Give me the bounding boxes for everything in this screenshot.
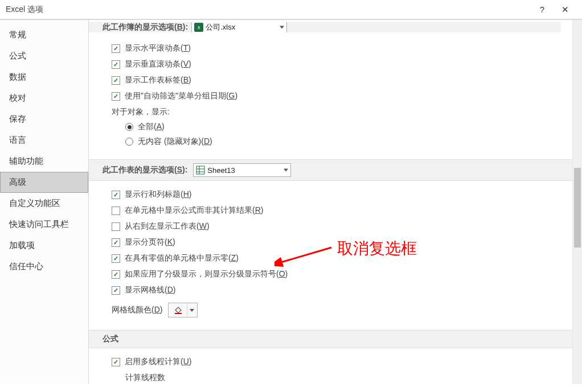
checkbox-icon bbox=[112, 222, 120, 231]
checkbox-icon bbox=[112, 60, 120, 69]
chk-label: 在具有零值的单元格中显示零(Z) bbox=[125, 253, 239, 263]
sidebar-item-label: 校对 bbox=[9, 93, 26, 102]
chk-rtl[interactable]: 从右到左显示工作表(W) bbox=[112, 218, 561, 234]
sidebar-item-data[interactable]: 数据 bbox=[0, 67, 88, 88]
scrollbar-thumb[interactable] bbox=[574, 168, 581, 247]
svg-rect-4 bbox=[175, 313, 182, 314]
chk-label: 启用多线程计算(U) bbox=[125, 357, 191, 367]
objects-label: 对于对象，显示: bbox=[112, 104, 561, 119]
sheet-icon bbox=[196, 166, 205, 175]
gridline-color-row: 网格线颜色(D) bbox=[112, 298, 561, 320]
sidebar-item-label: 语言 bbox=[9, 135, 26, 145]
chk-hscroll[interactable]: 显示水平滚动条(T) bbox=[112, 40, 561, 56]
sidebar-item-quick-access[interactable]: 快速访问工具栏 bbox=[0, 214, 88, 235]
checkbox-icon bbox=[112, 358, 120, 366]
checkbox-icon bbox=[112, 76, 120, 85]
sidebar-item-label: 快速访问工具栏 bbox=[9, 219, 69, 229]
workbook-display-options: 显示水平滚动条(T) 显示垂直滚动条(V) 显示工作表标签(B) 使用"自动筛选… bbox=[103, 35, 561, 152]
split-icon bbox=[187, 304, 187, 316]
sidebar-item-customize-ribbon[interactable]: 自定义功能区 bbox=[0, 193, 88, 214]
checkbox-icon bbox=[112, 191, 120, 199]
chk-zeros[interactable]: 在具有零值的单元格中显示零(Z) bbox=[112, 250, 561, 266]
radio-icon bbox=[125, 138, 133, 146]
chk-vscroll[interactable]: 显示垂直滚动条(V) bbox=[112, 56, 561, 72]
chk-label: 显示工作表标签(B) bbox=[125, 75, 191, 85]
formulas-section-header: 公式 bbox=[89, 330, 572, 348]
thread-count-label: 计算线程数 bbox=[112, 370, 561, 384]
content-wrap: 此工作簿的显示选项(B): x 公司.xlsx 显示水平滚动条(T) 显示垂直滚… bbox=[89, 20, 582, 384]
sidebar-item-label: 保存 bbox=[9, 114, 26, 123]
main-area: 常规 公式 数据 校对 保存 语言 辅助功能 高级 自定义功能区 快速访问工具栏… bbox=[0, 19, 582, 384]
sidebar-item-label: 加载项 bbox=[9, 240, 35, 250]
checkbox-icon bbox=[112, 254, 120, 263]
chk-formulas[interactable]: 在单元格中显示公式而非其计算结果(R) bbox=[112, 203, 561, 218]
chk-label: 显示水平滚动条(T) bbox=[125, 43, 191, 53]
workbook-display-header-cut: 此工作簿的显示选项(B): x 公司.xlsx bbox=[89, 22, 561, 32]
radio-all[interactable]: 全部(A) bbox=[112, 119, 561, 134]
checkbox-icon bbox=[112, 44, 120, 53]
radio-icon bbox=[125, 123, 133, 131]
radio-label: 无内容 (隐藏对象)(D) bbox=[138, 137, 212, 147]
checkbox-icon bbox=[112, 92, 120, 101]
chk-label: 从右到左显示工作表(W) bbox=[125, 221, 210, 232]
chk-label: 显示分页符(K) bbox=[125, 237, 175, 247]
sidebar-item-language[interactable]: 语言 bbox=[0, 130, 88, 151]
sheet-display-label: 此工作表的显示选项(S): bbox=[103, 165, 187, 175]
chk-outline[interactable]: 如果应用了分级显示，则显示分级显示符号(O) bbox=[112, 266, 561, 282]
sidebar-item-general[interactable]: 常规 bbox=[0, 24, 88, 46]
sidebar: 常规 公式 数据 校对 保存 语言 辅助功能 高级 自定义功能区 快速访问工具栏… bbox=[0, 20, 89, 384]
chk-gridlines[interactable]: 显示网格线(D) bbox=[112, 282, 561, 298]
scrollbar-vertical[interactable] bbox=[572, 20, 582, 384]
sidebar-item-label: 自定义功能区 bbox=[9, 198, 60, 208]
chevron-down-icon bbox=[190, 309, 194, 312]
chk-label: 如果应用了分级显示，则显示分级显示符号(O) bbox=[125, 269, 288, 279]
radio-label: 全部(A) bbox=[138, 122, 165, 132]
sidebar-item-label: 数据 bbox=[9, 72, 26, 81]
formulas-section-label: 公式 bbox=[103, 334, 118, 344]
gridline-color-label: 网格线颜色(D) bbox=[112, 305, 162, 315]
workbook-display-label: 此工作簿的显示选项(B): bbox=[103, 22, 188, 32]
sidebar-item-save[interactable]: 保存 bbox=[0, 109, 88, 130]
titlebar: Excel 选项 ? ✕ bbox=[0, 0, 582, 19]
chk-label: 显示垂直滚动条(V) bbox=[125, 59, 191, 69]
chk-headers[interactable]: 显示行和列标题(H) bbox=[112, 187, 561, 203]
excel-file-icon: x bbox=[194, 23, 203, 32]
chk-label: 显示行和列标题(H) bbox=[125, 189, 191, 200]
sheet-dropdown[interactable]: Sheet13 bbox=[193, 163, 291, 177]
sidebar-item-label: 公式 bbox=[9, 51, 26, 60]
sidebar-item-trust-center[interactable]: 信任中心 bbox=[0, 256, 88, 277]
window-title: Excel 选项 bbox=[6, 5, 531, 15]
sidebar-item-advanced[interactable]: 高级 bbox=[0, 172, 88, 193]
radio-none[interactable]: 无内容 (隐藏对象)(D) bbox=[112, 134, 561, 149]
chk-label: 在单元格中显示公式而非其计算结果(R) bbox=[125, 205, 263, 216]
workbook-dropdown-value: 公司.xlsx bbox=[206, 22, 235, 32]
checkbox-icon bbox=[112, 207, 120, 215]
sidebar-item-label: 高级 bbox=[9, 177, 26, 187]
sidebar-item-label: 辅助功能 bbox=[9, 156, 43, 166]
checkbox-icon bbox=[112, 238, 120, 247]
chk-multithread[interactable]: 启用多线程计算(U) bbox=[112, 354, 561, 370]
sheet-display-options: 显示行和列标题(H) 在单元格中显示公式而非其计算结果(R) 从右到左显示工作表… bbox=[103, 181, 561, 323]
chk-tabs[interactable]: 显示工作表标签(B) bbox=[112, 72, 561, 88]
content-panel: 此工作簿的显示选项(B): x 公司.xlsx 显示水平滚动条(T) 显示垂直滚… bbox=[89, 20, 572, 384]
sidebar-item-addins[interactable]: 加载项 bbox=[0, 235, 88, 256]
sidebar-item-proofing[interactable]: 校对 bbox=[0, 88, 88, 109]
checkbox-icon bbox=[112, 270, 120, 279]
chk-pagebreak[interactable]: 显示分页符(K) bbox=[112, 234, 561, 250]
chevron-down-icon bbox=[280, 26, 284, 29]
sidebar-item-formulas[interactable]: 公式 bbox=[0, 46, 88, 67]
chk-label: 显示网格线(D) bbox=[125, 285, 175, 295]
close-button[interactable]: ✕ bbox=[554, 1, 576, 18]
paint-bucket-icon bbox=[172, 305, 185, 315]
chk-label: 使用"自动筛选"菜单分组日期(G) bbox=[125, 91, 237, 101]
help-button[interactable]: ? bbox=[531, 1, 554, 18]
sidebar-item-accessibility[interactable]: 辅助功能 bbox=[0, 151, 88, 172]
sidebar-item-label: 信任中心 bbox=[9, 261, 43, 271]
workbook-dropdown[interactable]: x 公司.xlsx bbox=[191, 22, 287, 32]
formulas-section-options: 启用多线程计算(U) 计算线程数 bbox=[103, 348, 561, 384]
svg-rect-0 bbox=[196, 166, 204, 174]
chk-autofilter[interactable]: 使用"自动筛选"菜单分组日期(G) bbox=[112, 88, 561, 104]
checkbox-icon bbox=[112, 286, 120, 295]
chevron-down-icon bbox=[284, 169, 288, 172]
gridline-color-button[interactable] bbox=[168, 303, 198, 317]
